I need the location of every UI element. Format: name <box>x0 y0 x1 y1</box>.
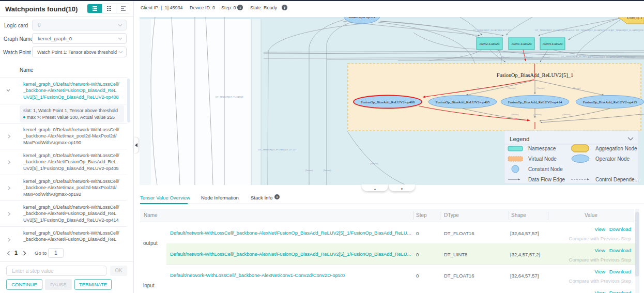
svg-text:conv3-Conv2d: conv3-Conv2d <box>543 42 563 45</box>
svg-text:(Tensor): (Tensor) <box>501 56 510 58</box>
svg-text:conv1-Conv2d: conv1-Conv2d <box>512 42 532 45</box>
svg-text:(Tensor): (Tensor) <box>323 169 331 172</box>
svg-text:(Tensor): (Tensor) <box>525 56 533 58</box>
svg-text:DT_TENSOR[DT_FLOAT32](128-a0-5: DT_TENSOR[DT_FLOAT32](128-a0-5-5 <box>535 29 575 32</box>
svg-text:Data Flow Edge: Data Flow Edge <box>528 177 565 182</box>
svg-text:Load[5]_1: Load[5]_1 <box>627 17 642 20</box>
svg-text:FusionOp_BiasAdd_ReLUV2-op415: FusionOp_BiasAdd_ReLUV2-op415 <box>583 100 637 104</box>
svg-text:FusionOp_BiasAdd_ReLUV2-op414: FusionOp_BiasAdd_ReLUV2-op414 <box>508 100 562 104</box>
svg-text:Constant Node: Constant Node <box>528 166 563 172</box>
svg-text:DT_TENSOR[DT_FLOAT32](192-12: DT_TENSOR[DT_FLOAT32](192-12 <box>611 29 644 32</box>
svg-text:(Tensor): (Tensor) <box>511 113 519 116</box>
svg-text:DT_TENSOR[DT_FLOAT32](-3-13-1]: DT_TENSOR[DT_FLOAT32](-3-13-1] <box>576 29 612 32</box>
svg-text:(Tensor): (Tensor) <box>562 113 571 116</box>
svg-text:DT_TENSOR[DT: DT_TENSOR[DT <box>619 56 636 58</box>
svg-text:(Tensor): (Tensor) <box>477 87 485 89</box>
svg-text:FusionOp_BiasAdd_ReLUV2-op408: FusionOp_BiasAdd_ReLUV2-op408 <box>361 100 415 104</box>
svg-text:FusionOp_BiasAdd_ReLUV2-op405: FusionOp_BiasAdd_ReLUV2-op405 <box>436 100 490 104</box>
svg-text:(Tensor): (Tensor) <box>305 169 313 172</box>
svg-text:Control Depende...: Control Depende... <box>595 177 639 182</box>
svg-text:Aggregation Node: Aggregation Node <box>595 146 637 151</box>
svg-text:Virtual Node: Virtual Node <box>528 156 557 162</box>
svg-text:DT_TENSOR[DT_FLOAT32]:4-127-22: DT_TENSOR[DT_FLOAT32]:4-127-227 <box>473 29 511 32</box>
svg-text:(Tensor): (Tensor) <box>542 56 550 58</box>
svg-text:(Tensor): (Tensor) <box>533 113 542 116</box>
svg-text:(Tensor): (Tensor) <box>573 87 581 89</box>
svg-text:(Tensor): (Tensor) <box>536 87 545 89</box>
svg-text:DT_TENSOR[DT_FLOAT32]:ad: DT_TENSOR[DT_FLOAT32]:ad <box>588 56 619 58</box>
svg-text:FusionOp_BiasAdd_ReLUV2[5]_1: FusionOp_BiasAdd_ReLUV2[5]_1 <box>497 72 573 78</box>
svg-text:Legend: Legend <box>510 136 529 142</box>
svg-text:Operator Node: Operator Node <box>595 156 630 162</box>
svg-text:MakeTuple op579: MakeTuple op579 <box>348 17 375 19</box>
svg-text:DT_TENSOR[DT_FLOAT32]: DT_TENSOR[DT_FLOAT32] <box>216 96 243 98</box>
svg-text:(Tensor): (Tensor) <box>508 87 516 89</box>
svg-text:DT_TENSOR[DT_FLOAT32]:0-127-22: DT_TENSOR[DT_FLOAT32]:0-127-227 <box>258 148 297 151</box>
svg-text:conv2-Conv2d: conv2-Conv2d <box>480 42 500 45</box>
svg-text:(Tensor): (Tensor) <box>370 162 378 165</box>
svg-text:Namespace: Namespace <box>528 146 556 151</box>
